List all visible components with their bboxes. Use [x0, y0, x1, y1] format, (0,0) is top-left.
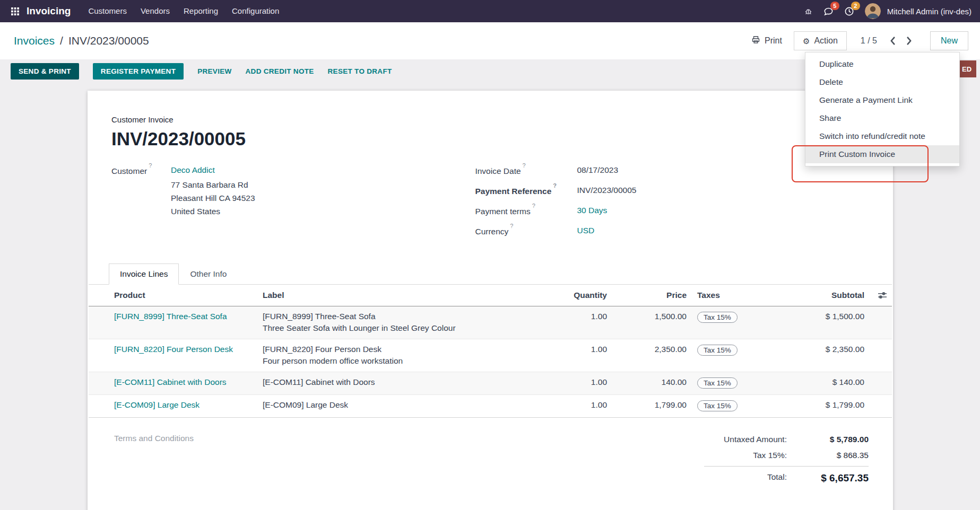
- menu-item-switch-refund-credit-note[interactable]: Switch into refund/credit note: [805, 127, 959, 145]
- line-subtotal: $ 2,350.00: [771, 339, 870, 372]
- menu-item-generate-payment-link[interactable]: Generate a Payment Link: [805, 91, 959, 109]
- header-taxes[interactable]: Taxes: [692, 285, 771, 306]
- invoice-sheet: Customer Invoice INV/2023/00005 Customer…: [88, 91, 893, 510]
- chevron-right-icon[interactable]: [905, 36, 913, 46]
- line-subtotal: $ 1,500.00: [771, 306, 870, 339]
- tax-label: Tax 15%:: [704, 451, 794, 460]
- invoice-lines-table: Product Label Quantity Price Taxes Subto…: [89, 285, 892, 418]
- notebook-tabs: Invoice Lines Other Info: [89, 263, 892, 285]
- document-type-label: Customer Invoice: [111, 115, 869, 124]
- menu-item-share[interactable]: Share: [805, 109, 959, 127]
- column-options-icon[interactable]: [875, 292, 887, 299]
- currency-label: Currency?: [475, 226, 577, 236]
- total-value: $ 6,657.35: [794, 472, 869, 484]
- print-icon: [751, 36, 760, 46]
- action-button[interactable]: ⚙ Action: [794, 31, 847, 50]
- menu-item-print-custom-invoice[interactable]: Print Custom Invoice: [805, 145, 959, 163]
- terms-and-conditions-placeholder[interactable]: Terms and Conditions: [114, 432, 194, 487]
- nav-menu-customers[interactable]: Customers: [81, 0, 134, 22]
- header-product[interactable]: Product: [89, 285, 257, 306]
- table-row[interactable]: [FURN_8220] Four Person Desk [FURN_8220]…: [89, 339, 892, 372]
- line-label: [E-COM09] Large Desk: [263, 400, 549, 410]
- address-line: Pleasant Hill CA 94523: [171, 192, 255, 205]
- product-link[interactable]: [E-COM09] Large Desk: [114, 400, 200, 409]
- untaxed-amount-row: Untaxed Amount: $ 5,789.00: [704, 432, 869, 447]
- messages-icon[interactable]: 5: [823, 6, 834, 16]
- new-button[interactable]: New: [930, 31, 968, 50]
- user-menu[interactable]: Mitchell Admin (inv-des): [887, 7, 972, 16]
- help-icon: ?: [510, 223, 513, 229]
- user-avatar[interactable]: [865, 3, 881, 19]
- totals-block: Untaxed Amount: $ 5,789.00 Tax 15%: $ 86…: [704, 432, 869, 487]
- line-subtotal: $ 1,799.00: [771, 394, 870, 417]
- gear-icon: ⚙: [803, 37, 810, 45]
- help-icon: ?: [149, 162, 152, 169]
- breadcrumb-separator: /: [60, 34, 63, 47]
- line-description: Three Seater Sofa with Lounger in Steel …: [263, 323, 549, 333]
- tax-row: Tax 15%: $ 868.35: [704, 447, 869, 463]
- line-quantity: 1.00: [554, 372, 612, 394]
- currency-row: Currency? USD: [475, 226, 869, 236]
- invoice-date-label: Invoice Date?: [475, 165, 577, 176]
- currency-value[interactable]: USD: [577, 226, 594, 236]
- header-quantity[interactable]: Quantity: [554, 285, 612, 306]
- status-badge-posted-fragment[interactable]: ED: [957, 60, 976, 77]
- help-icon: ?: [523, 162, 526, 169]
- app-title[interactable]: Invoicing: [27, 5, 71, 17]
- payment-reference-label: Payment Reference?: [475, 186, 577, 196]
- tax-tag: Tax 15%: [697, 400, 738, 411]
- register-payment-button[interactable]: REGISTER PAYMENT: [93, 63, 184, 80]
- table-row[interactable]: [E-COM09] Large Desk [E-COM09] Large Des…: [89, 394, 892, 417]
- address-line: United States: [171, 205, 255, 218]
- line-price: 1,500.00: [612, 306, 692, 339]
- breadcrumb-current: INV/2023/00005: [68, 34, 149, 47]
- messages-count-badge: 5: [830, 2, 839, 10]
- tax-tag: Tax 15%: [697, 377, 738, 389]
- tab-invoice-lines[interactable]: Invoice Lines: [109, 263, 179, 285]
- customer-link[interactable]: Deco Addict: [171, 165, 215, 174]
- nav-menu-reporting[interactable]: Reporting: [177, 0, 225, 22]
- print-button[interactable]: Print: [751, 36, 782, 46]
- tab-other-info[interactable]: Other Info: [179, 263, 238, 285]
- apps-grid-icon[interactable]: [6, 3, 23, 20]
- breadcrumb-invoices-link[interactable]: Invoices: [14, 34, 55, 47]
- menu-item-duplicate[interactable]: Duplicate: [805, 55, 959, 73]
- line-price: 2,350.00: [612, 339, 692, 372]
- help-icon: ?: [553, 182, 557, 189]
- invoice-date-value: 08/17/2023: [577, 165, 618, 176]
- product-link[interactable]: [FURN_8999] Three-Seat Sofa: [114, 312, 227, 321]
- table-row[interactable]: [E-COM11] Cabinet with Doors [E-COM11] C…: [89, 372, 892, 394]
- nav-menu-vendors[interactable]: Vendors: [134, 0, 177, 22]
- record-pager[interactable]: 1 / 5: [861, 36, 877, 46]
- send-print-button[interactable]: SEND & PRINT: [11, 63, 79, 80]
- header-subtotal[interactable]: Subtotal: [771, 285, 870, 306]
- table-row[interactable]: [FURN_8999] Three-Seat Sofa [FURN_8999] …: [89, 306, 892, 339]
- payment-reference-row: Payment Reference? INV/2023/00005: [475, 186, 869, 196]
- preview-button[interactable]: PREVIEW: [197, 67, 231, 75]
- header-price[interactable]: Price: [612, 285, 692, 306]
- untaxed-amount-value: $ 5,789.00: [794, 435, 869, 444]
- payment-reference-value: INV/2023/00005: [577, 186, 636, 196]
- line-quantity: 1.00: [554, 394, 612, 417]
- address-line: 77 Santa Barbara Rd: [171, 179, 255, 192]
- customer-address: 77 Santa Barbara Rd Pleasant Hill CA 945…: [171, 179, 255, 218]
- reset-to-draft-button[interactable]: RESET TO DRAFT: [328, 67, 392, 75]
- line-price: 1,799.00: [612, 394, 692, 417]
- table-header-row: Product Label Quantity Price Taxes Subto…: [89, 285, 892, 306]
- nav-menu-configuration[interactable]: Configuration: [225, 0, 286, 22]
- total-row: Total: $ 6,657.35: [704, 466, 869, 487]
- add-credit-note-button[interactable]: ADD CREDIT NOTE: [246, 67, 314, 75]
- tax-tag: Tax 15%: [697, 345, 738, 356]
- tax-tag: Tax 15%: [697, 312, 738, 323]
- activities-clock-icon[interactable]: 2: [844, 6, 854, 16]
- debug-bug-icon[interactable]: [804, 7, 813, 16]
- tax-value: $ 868.35: [794, 451, 869, 460]
- invoice-number-title: INV/2023/00005: [111, 128, 869, 150]
- chevron-left-icon[interactable]: [889, 36, 897, 46]
- product-link[interactable]: [E-COM11] Cabinet with Doors: [114, 377, 227, 386]
- payment-terms-value[interactable]: 30 Days: [577, 206, 607, 216]
- product-link[interactable]: [FURN_8220] Four Person Desk: [114, 345, 233, 354]
- menu-item-delete[interactable]: Delete: [805, 73, 959, 91]
- header-label[interactable]: Label: [257, 285, 554, 306]
- invoice-date-row: Invoice Date? 08/17/2023: [475, 165, 869, 176]
